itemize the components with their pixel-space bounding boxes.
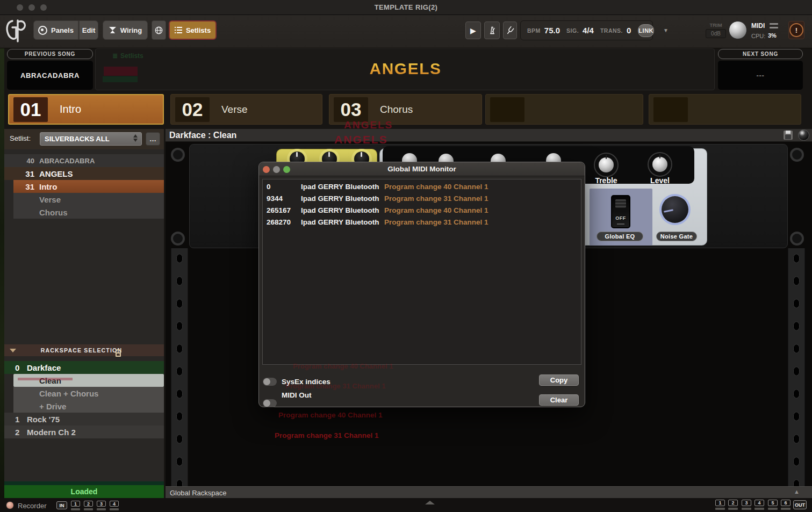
setlist-dropdown[interactable]: SILVERBACKS ALL	[40, 132, 142, 146]
output-channel-5[interactable]: 5	[768, 500, 778, 506]
global-eq-button[interactable]: Global EQ	[597, 232, 643, 241]
setlists-icon	[175, 27, 182, 33]
trim-value[interactable]: 0dB	[706, 29, 726, 38]
previous-song-button[interactable]: PREVIOUS SONG	[7, 49, 93, 59]
main-toolbar: Panels Edit Wiring Setlists	[0, 15, 812, 48]
song-part-2[interactable]: 02 Verse	[170, 94, 322, 125]
songlist-row-verse[interactable]: Verse	[13, 193, 164, 206]
midi-event-list[interactable]: 0 Ipad GERRY Bluetooth Program change 40…	[262, 179, 581, 365]
output-button[interactable]: OUT	[793, 500, 807, 509]
recorder-channel-2[interactable]: 2	[84, 501, 93, 507]
previous-song-name[interactable]: ABRACADABRA	[7, 61, 93, 90]
record-button[interactable]	[6, 501, 14, 509]
unlock-icon[interactable]	[116, 352, 121, 357]
recorder-channel-1[interactable]: 1	[71, 501, 80, 507]
songlist-row-intro[interactable]: 31 Intro	[13, 180, 164, 193]
next-song-button[interactable]: NEXT SONG	[718, 49, 803, 59]
setlist-bar: Setlist: SILVERBACKS ALL …	[4, 129, 164, 149]
songlist-row-abracadabra[interactable]: 40 ABRACADABRA	[4, 154, 164, 167]
output-channel-4[interactable]: 4	[754, 500, 764, 506]
ghost-artifact-pc40-dlg: Program change 40 Channel 1	[293, 362, 393, 370]
transport-dropdown-arrow[interactable]: ▼	[663, 27, 669, 33]
output-channel-1[interactable]: 1	[715, 500, 725, 506]
songlist-name: Intro	[39, 182, 57, 191]
wiring-icon	[109, 27, 117, 34]
master-volume-knob[interactable]	[729, 21, 747, 39]
treble-knob[interactable]	[594, 153, 619, 177]
ghost-artifact-setlists: ≣Setlists	[112, 52, 143, 60]
song-part-4-empty[interactable]	[485, 94, 643, 125]
midi-label: MIDI	[751, 22, 765, 30]
rackspace-selection-header[interactable]: RACKSPACE SELECTION	[4, 344, 164, 356]
event-time: 0	[267, 183, 271, 191]
output-channel-3[interactable]: 3	[742, 500, 751, 506]
sig-value[interactable]: 4/4	[583, 26, 594, 35]
tab-edit[interactable]: Edit	[79, 20, 98, 40]
channel-meter	[97, 508, 106, 510]
channel-meter	[742, 508, 751, 510]
global-rackspace-button[interactable]	[152, 20, 166, 40]
collapse-triangle-icon[interactable]	[10, 349, 16, 352]
songlist-row-angels[interactable]: 31 ANGELS	[4, 167, 164, 180]
midi-activity-icon	[770, 23, 778, 28]
recorder-channel-3[interactable]: 3	[97, 501, 106, 507]
tab-setlists[interactable]: Setlists	[169, 20, 217, 40]
rackspace-title: Darkface : Clean	[169, 131, 236, 140]
songlist-name: ABRACADABRA	[39, 157, 95, 165]
treble-label: Treble	[579, 176, 633, 185]
songlist-row-chorus[interactable]: Chorus	[13, 206, 164, 219]
expand-grip-icon[interactable]	[425, 501, 435, 504]
noise-gate-button[interactable]: Noise Gate	[656, 232, 697, 241]
recorder-channel-4[interactable]: 4	[110, 501, 119, 507]
metronome-button[interactable]	[484, 21, 500, 39]
channel-meter	[781, 508, 791, 510]
setlist-more-button[interactable]: …	[146, 132, 160, 146]
song-part-5-empty[interactable]	[649, 94, 801, 125]
dialog-titlebar[interactable]: Global MIDI Monitor	[259, 162, 585, 176]
play-button[interactable]: ▶	[465, 21, 481, 39]
rackspace-name: Rock '75	[27, 415, 60, 424]
output-channel-6[interactable]: 6	[781, 500, 791, 506]
song-part-3[interactable]: 03 Chorus	[329, 94, 482, 125]
next-song-name[interactable]: ---	[718, 61, 803, 90]
channel-meter	[768, 508, 778, 510]
bpm-value[interactable]: 75.0	[544, 26, 560, 35]
updown-arrows-icon	[133, 134, 138, 142]
variation-row-clean[interactable]: Clean	[13, 374, 164, 387]
tab-setlists-label: Setlists	[186, 26, 211, 34]
rackspace-row-rock75[interactable]: 1 Rock '75	[4, 413, 164, 426]
rackspace-name: Modern Ch 2	[27, 428, 76, 437]
global-eq-switch[interactable]: OFF	[611, 195, 630, 228]
trans-value[interactable]: 0	[627, 26, 631, 35]
sysex-toggle[interactable]	[263, 378, 277, 386]
channel-meter	[728, 508, 738, 510]
panic-button[interactable]: !	[788, 21, 804, 39]
panel-orb-widget[interactable]	[798, 129, 809, 141]
midi-out-toggle[interactable]	[263, 399, 277, 407]
output-channel-2[interactable]: 2	[728, 500, 738, 506]
copy-button[interactable]: Copy	[539, 374, 579, 386]
event-message: Program change 40 Channel 1	[384, 183, 488, 191]
songlist-name: Verse	[39, 195, 61, 204]
song-part-3-label: Chorus	[380, 104, 413, 116]
rackspace-row-darkface[interactable]: 0 Darkface	[4, 361, 164, 374]
tuner-button[interactable]	[503, 21, 517, 39]
channel-meter	[715, 508, 725, 510]
song-part-1[interactable]: 01 Intro	[8, 94, 164, 125]
save-icon[interactable]	[784, 131, 793, 140]
clear-button[interactable]: Clear	[539, 394, 579, 406]
noise-gate-knob[interactable]	[662, 196, 688, 223]
trim-label: TRIM	[706, 22, 726, 28]
variation-row-drive[interactable]: + Drive	[13, 400, 164, 413]
scroll-up-icon[interactable]: ▲	[794, 488, 800, 495]
setlist-dropdown-value: SILVERBACKS ALL	[45, 135, 110, 143]
rackspace-row-modern[interactable]: 2 Modern Ch 2	[4, 426, 164, 438]
variation-row-clean-chorus[interactable]: Clean + Chorus	[13, 387, 164, 400]
tab-panels[interactable]: Panels	[33, 20, 78, 40]
rack-screw-hole	[790, 148, 804, 162]
recorder-in-button[interactable]: IN	[56, 501, 67, 509]
level-knob[interactable]	[648, 152, 672, 177]
tab-wiring[interactable]: Wiring	[103, 20, 148, 40]
sidebar: Setlist: SILVERBACKS ALL … 40 ABRACADABR…	[4, 129, 164, 498]
link-button[interactable]: LINK	[638, 24, 654, 37]
